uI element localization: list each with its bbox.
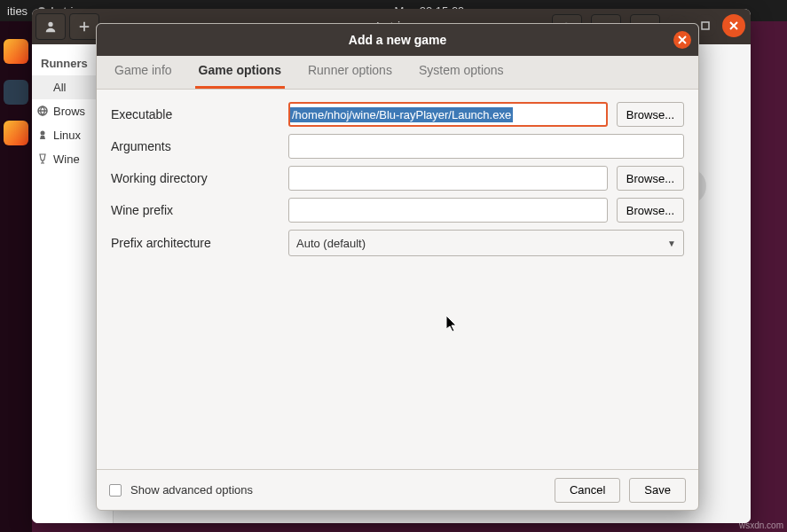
svg-rect-12 — [702, 22, 709, 29]
tab-runner-options[interactable]: Runner options — [304, 63, 396, 89]
wine-prefix-input[interactable] — [288, 198, 608, 223]
working-dir-label: Working directory — [111, 171, 288, 185]
arguments-input[interactable] — [288, 134, 684, 159]
executable-label: Executable — [111, 107, 288, 121]
prefix-arch-select[interactable]: Auto (default) ▼ — [288, 230, 684, 256]
dialog-header: Add a new game — [97, 24, 698, 56]
advanced-label: Show advanced options — [130, 483, 253, 497]
tab-system-options[interactable]: System options — [415, 63, 508, 89]
svg-point-0 — [48, 22, 52, 27]
dialog-title: Add a new game — [349, 33, 446, 47]
prefix-arch-value: Auto (default) — [296, 237, 366, 250]
tab-game-info[interactable]: Game info — [111, 63, 176, 89]
tab-game-options[interactable]: Game options — [195, 63, 285, 89]
dock — [0, 21, 32, 532]
arguments-label: Arguments — [111, 139, 288, 153]
wine-prefix-label: Wine prefix — [111, 203, 288, 217]
activities-label[interactable]: ities — [7, 4, 28, 18]
working-dir-browse-button[interactable]: Browse... — [617, 166, 684, 191]
dialog-footer: Show advanced options Cancel Save — [97, 469, 698, 510]
advanced-checkbox[interactable] — [109, 484, 122, 497]
dock-icon[interactable] — [4, 39, 28, 64]
add-button[interactable] — [69, 13, 99, 40]
svg-point-17 — [41, 131, 45, 136]
tab-bar: Game info Game options Runner options Sy… — [97, 56, 698, 90]
save-button[interactable]: Save — [629, 478, 686, 503]
wine-prefix-browse-button[interactable]: Browse... — [617, 198, 684, 223]
cancel-button[interactable]: Cancel — [555, 478, 620, 503]
prefix-arch-label: Prefix architecture — [111, 236, 288, 250]
executable-value: /home/nhoj/wine/Blu-rayPlayer/Launch.exe — [290, 107, 513, 122]
dock-icon[interactable] — [4, 121, 28, 145]
close-button[interactable] — [722, 14, 745, 37]
executable-browse-button[interactable]: Browse... — [617, 102, 684, 127]
watermark: wsxdn.com — [739, 520, 783, 530]
chevron-down-icon: ▼ — [667, 239, 676, 248]
dialog-close-button[interactable] — [673, 31, 691, 49]
form-area: Executable /home/nhoj/wine/Blu-rayPlayer… — [97, 90, 698, 469]
add-game-dialog: Add a new game Game info Game options Ru… — [96, 23, 699, 511]
dock-icon[interactable] — [4, 80, 28, 105]
executable-input[interactable]: /home/nhoj/wine/Blu-rayPlayer/Launch.exe — [288, 102, 608, 127]
account-button[interactable] — [35, 13, 66, 40]
working-dir-input[interactable] — [288, 166, 608, 191]
